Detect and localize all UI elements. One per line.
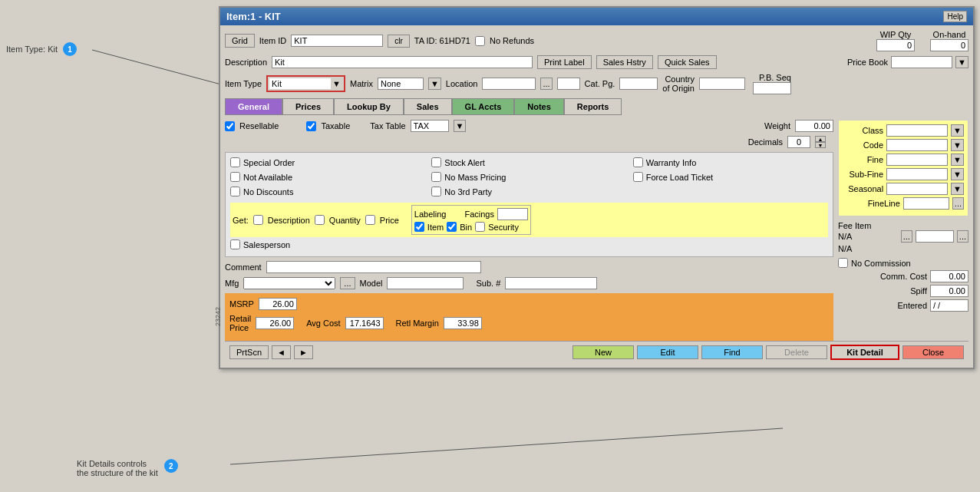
edit-button[interactable]: Edit xyxy=(637,345,698,359)
warranty-info-checkbox[interactable] xyxy=(633,157,643,167)
fine-line-input[interactable] xyxy=(903,197,949,210)
no-commission-checkbox[interactable] xyxy=(838,258,848,268)
on-hand-input[interactable] xyxy=(930,39,968,51)
tab-general[interactable]: General xyxy=(225,98,282,115)
fine-line-label: FineLine xyxy=(868,199,900,208)
mfg-select[interactable] xyxy=(243,277,335,289)
get-area: Get: Description Quantity Price Labeling xyxy=(230,203,828,237)
location-input[interactable] xyxy=(482,78,536,90)
bin-label: Bin xyxy=(460,223,472,232)
mfg-label: Mfg xyxy=(225,279,239,288)
item-type-input[interactable] xyxy=(269,78,331,89)
tab-lookup-by[interactable]: Lookup By xyxy=(334,98,404,115)
class-label: Class xyxy=(863,126,884,135)
description-get-checkbox[interactable] xyxy=(253,215,263,225)
close-button[interactable]: Close xyxy=(902,345,964,359)
mfg-btn[interactable]: ... xyxy=(340,277,355,289)
help-button[interactable]: Help xyxy=(943,11,967,22)
fine-line-more[interactable]: ... xyxy=(952,197,964,210)
code-dropdown[interactable]: ▼ xyxy=(951,139,964,151)
kit-detail-button[interactable]: Kit Detail xyxy=(830,345,899,360)
quick-sales-button[interactable]: Quick Sales xyxy=(658,55,717,69)
location-browse[interactable]: ... xyxy=(540,78,552,90)
tab-reports[interactable]: Reports xyxy=(564,98,622,115)
pb-seq-input[interactable] xyxy=(753,82,791,94)
entered-input[interactable] xyxy=(930,299,968,312)
sub-fine-input[interactable] xyxy=(886,168,948,180)
location-extra[interactable] xyxy=(557,78,580,90)
comment-input[interactable] xyxy=(266,261,481,273)
description-input[interactable] xyxy=(272,56,533,68)
item-id-input[interactable] xyxy=(291,35,383,47)
tab-notes[interactable]: Notes xyxy=(514,98,564,115)
seasonal-input[interactable] xyxy=(886,183,948,195)
avg-cost-input[interactable] xyxy=(345,317,384,329)
delete-button[interactable]: Delete xyxy=(766,345,827,359)
special-order-checkbox[interactable] xyxy=(230,157,240,167)
code-input[interactable] xyxy=(886,139,948,151)
no-refunds-checkbox[interactable] xyxy=(475,36,485,46)
bin-checkbox[interactable] xyxy=(447,222,457,232)
security-checkbox[interactable] xyxy=(475,222,485,232)
sub-num-input[interactable] xyxy=(505,277,597,289)
prt-scn-button[interactable]: PrtScn xyxy=(229,345,269,359)
weight-input[interactable] xyxy=(795,120,833,132)
tab-prices[interactable]: Prices xyxy=(282,98,334,115)
class-input[interactable] xyxy=(886,124,948,137)
not-available-checkbox[interactable] xyxy=(230,172,240,182)
price-book-dropdown[interactable]: ▼ xyxy=(955,56,968,68)
decimals-down[interactable]: ▼ xyxy=(815,142,826,148)
force-load-ticket-checkbox[interactable] xyxy=(633,172,643,182)
stock-alert-checkbox[interactable] xyxy=(431,157,441,167)
next-button[interactable]: ► xyxy=(294,345,313,359)
find-button[interactable]: Find xyxy=(701,345,763,359)
country-input[interactable] xyxy=(699,78,745,90)
fee-more-1[interactable]: ... xyxy=(957,230,968,243)
prev-button[interactable]: ◄ xyxy=(272,345,291,359)
fine-input[interactable] xyxy=(886,154,948,166)
matrix-label: Matrix xyxy=(350,79,373,88)
class-dropdown[interactable]: ▼ xyxy=(951,124,964,137)
seasonal-dropdown[interactable]: ▼ xyxy=(951,183,964,195)
item-labeling-checkbox[interactable] xyxy=(414,222,424,232)
clr-button[interactable]: clr xyxy=(388,35,410,48)
tab-gl-accts[interactable]: GL Accts xyxy=(452,98,515,115)
sales-hstry-button[interactable]: Sales Hstry xyxy=(596,55,653,69)
decimals-spinner[interactable]: ▲ ▼ xyxy=(815,136,826,148)
resellable-checkbox[interactable] xyxy=(225,121,235,131)
item-type-dropdown[interactable]: ▼ xyxy=(331,78,342,89)
fee-btn-1[interactable]: ... xyxy=(901,230,912,243)
cat-pg-label: Cat. Pg. xyxy=(585,79,615,88)
facings-input[interactable] xyxy=(497,208,528,220)
no-discounts-checkbox[interactable] xyxy=(230,187,240,196)
tax-table-dropdown[interactable]: ▼ xyxy=(454,120,467,132)
quantity-get-checkbox[interactable] xyxy=(315,215,325,225)
taxable-checkbox[interactable] xyxy=(306,121,316,131)
grid-button[interactable]: Grid xyxy=(225,34,255,48)
fine-dropdown[interactable]: ▼ xyxy=(951,154,964,166)
retail-price-input[interactable] xyxy=(256,317,294,329)
salesperson-checkbox[interactable] xyxy=(230,239,240,249)
sub-fine-dropdown[interactable]: ▼ xyxy=(951,168,964,180)
no-3rd-party-checkbox[interactable] xyxy=(431,187,441,196)
msrp-input[interactable] xyxy=(259,298,297,310)
matrix-input[interactable] xyxy=(378,78,424,90)
comm-cost-label: Comm. Cost xyxy=(880,272,927,281)
tab-sales[interactable]: Sales xyxy=(404,98,452,115)
decimals-up[interactable]: ▲ xyxy=(815,136,826,142)
new-button[interactable]: New xyxy=(572,345,634,359)
print-label-button[interactable]: Print Label xyxy=(537,55,592,69)
tax-table-input[interactable] xyxy=(411,120,449,132)
no-mass-pricing-checkbox[interactable] xyxy=(431,172,441,182)
retl-margin-input[interactable] xyxy=(444,317,482,329)
cat-pg-input[interactable] xyxy=(619,78,658,90)
spiff-input[interactable] xyxy=(930,285,968,297)
matrix-dropdown[interactable]: ▼ xyxy=(428,78,441,90)
price-get-checkbox[interactable] xyxy=(365,215,375,225)
model-input[interactable] xyxy=(387,277,464,289)
wip-qty-input[interactable] xyxy=(876,39,915,51)
comm-cost-input[interactable] xyxy=(930,270,968,282)
fee-input-1[interactable] xyxy=(916,230,954,243)
price-book-input[interactable] xyxy=(891,56,952,68)
decimals-input[interactable] xyxy=(787,136,810,148)
